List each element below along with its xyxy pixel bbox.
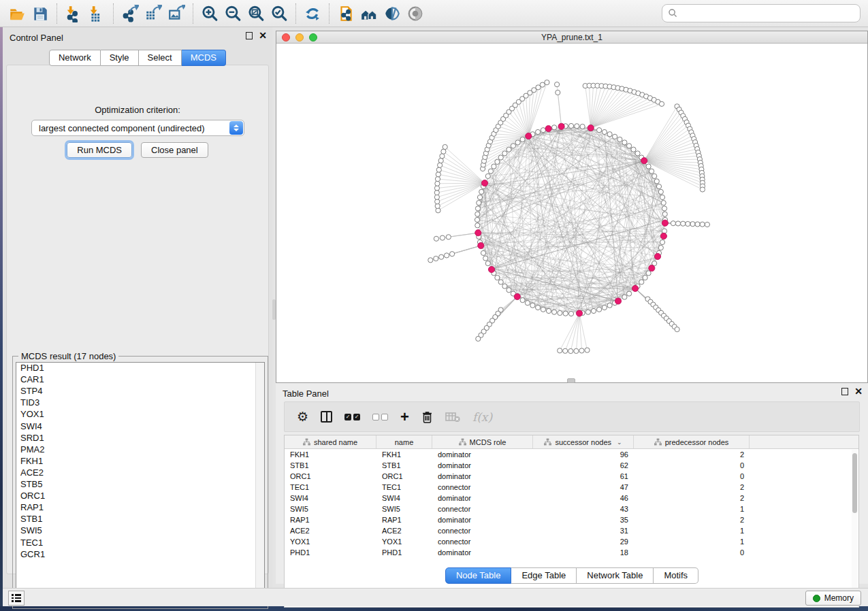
- mcds-result-item[interactable]: STP4: [16, 386, 264, 397]
- ring-node[interactable]: [498, 280, 503, 284]
- satellite-node[interactable]: [659, 101, 664, 106]
- ring-node[interactable]: [477, 201, 481, 205]
- ring-node[interactable]: [492, 164, 496, 169]
- ring-node[interactable]: [552, 125, 557, 130]
- satellite-node[interactable]: [445, 253, 449, 258]
- satellite-node[interactable]: [681, 221, 686, 226]
- ring-node[interactable]: [643, 276, 647, 280]
- ring-node[interactable]: [485, 261, 490, 266]
- horizontal-splitter-handle[interactable]: [567, 378, 575, 383]
- mcds-hub-node[interactable]: [588, 125, 594, 131]
- tab-network[interactable]: Network: [49, 50, 101, 66]
- ring-node[interactable]: [646, 164, 651, 169]
- mcds-hub-node[interactable]: [475, 230, 481, 236]
- tab-node-table[interactable]: Node Table: [445, 567, 512, 584]
- mcds-hub-node[interactable]: [481, 180, 487, 186]
- float-panel-icon[interactable]: [246, 32, 253, 39]
- open-file-icon[interactable]: [5, 3, 29, 24]
- satellite-node[interactable]: [435, 203, 440, 208]
- zoom-selected-icon[interactable]: [268, 3, 291, 24]
- satellite-node[interactable]: [434, 256, 438, 261]
- zoom-out-icon[interactable]: [221, 3, 244, 24]
- network-overview-icon[interactable]: [357, 3, 381, 24]
- column-header-name[interactable]: name: [376, 435, 432, 448]
- satellite-node[interactable]: [705, 222, 709, 227]
- mcds-result-item[interactable]: YOX1: [16, 409, 264, 420]
- float-table-panel-icon[interactable]: [841, 388, 848, 395]
- mcds-hub-node[interactable]: [558, 123, 564, 129]
- ring-node[interactable]: [627, 291, 632, 296]
- tab-network-table[interactable]: Network Table: [577, 567, 654, 584]
- satellite-node[interactable]: [434, 186, 439, 191]
- mcds-result-item[interactable]: SWI5: [16, 525, 264, 537]
- mcds-result-item[interactable]: RAP1: [16, 502, 264, 514]
- table-row[interactable]: ACE2ACE2connector311: [285, 525, 858, 536]
- add-column-icon[interactable]: +: [400, 411, 409, 423]
- mcds-hub-node[interactable]: [649, 265, 655, 271]
- ring-node[interactable]: [662, 206, 666, 211]
- mcds-result-item[interactable]: SWI4: [16, 420, 264, 432]
- satellite-node[interactable]: [436, 167, 441, 172]
- ring-node[interactable]: [602, 129, 607, 134]
- mcds-hub-node[interactable]: [654, 253, 660, 259]
- ring-node[interactable]: [660, 240, 664, 244]
- satellite-node[interactable]: [438, 159, 443, 163]
- tab-motifs[interactable]: Motifs: [654, 567, 698, 584]
- satellite-node[interactable]: [441, 149, 446, 154]
- save-session-icon[interactable]: [29, 3, 52, 24]
- mcds-result-item[interactable]: FKH1: [16, 456, 264, 467]
- ring-node[interactable]: [495, 159, 500, 164]
- mcds-hub-node[interactable]: [576, 310, 582, 316]
- deselect-all-checkboxes-icon[interactable]: [372, 414, 388, 420]
- satellite-node[interactable]: [439, 254, 444, 259]
- table-row[interactable]: SWI5SWI5connector431: [285, 503, 858, 514]
- ring-node[interactable]: [477, 195, 482, 199]
- ring-node[interactable]: [507, 147, 511, 152]
- ring-node[interactable]: [541, 307, 545, 312]
- export-table-icon[interactable]: [142, 3, 165, 24]
- satellite-node[interactable]: [671, 221, 675, 226]
- show-columns-icon[interactable]: [321, 411, 332, 423]
- function-builder-icon[interactable]: f(x): [472, 410, 492, 424]
- satellite-node[interactable]: [435, 181, 440, 186]
- tab-select[interactable]: Select: [139, 50, 182, 66]
- delete-column-icon[interactable]: [421, 410, 433, 423]
- network-window-titlebar[interactable]: YPA_prune.txt_1: [276, 31, 867, 44]
- mcds-hub-node[interactable]: [632, 285, 639, 291]
- ring-node[interactable]: [558, 310, 562, 315]
- mcds-result-item[interactable]: PMA2: [16, 444, 264, 456]
- select-all-checkboxes-icon[interactable]: ✓✓: [344, 414, 360, 420]
- ring-node[interactable]: [507, 288, 511, 293]
- ring-node[interactable]: [622, 295, 627, 299]
- table-row[interactable]: SWI4SWI4dominator462: [285, 493, 858, 503]
- satellite-node[interactable]: [434, 195, 439, 199]
- import-network-icon[interactable]: [62, 3, 85, 24]
- ring-node[interactable]: [536, 305, 541, 310]
- satellite-node[interactable]: [446, 235, 451, 240]
- table-row[interactable]: FKH1FKH1dominator962: [285, 449, 858, 460]
- satellite-node[interactable]: [428, 258, 433, 263]
- hide-graphics-details-icon[interactable]: [381, 3, 404, 24]
- table-row[interactable]: STB1STB1dominator620: [285, 460, 858, 471]
- satellite-node[interactable]: [690, 222, 695, 227]
- ring-node[interactable]: [631, 147, 636, 152]
- ring-node[interactable]: [552, 310, 557, 314]
- zoom-in-icon[interactable]: [198, 3, 221, 24]
- mcds-result-item[interactable]: CAR1: [16, 374, 264, 386]
- ring-node[interactable]: [591, 308, 596, 313]
- ring-node[interactable]: [541, 128, 545, 133]
- refresh-layout-icon[interactable]: [301, 3, 324, 24]
- ring-node[interactable]: [568, 123, 573, 128]
- table-options-gear-icon[interactable]: ⚙: [297, 409, 308, 425]
- export-image-icon[interactable]: [165, 3, 188, 24]
- mcds-hub-node[interactable]: [514, 293, 520, 299]
- mcds-hub-node[interactable]: [526, 133, 532, 139]
- ring-node[interactable]: [662, 229, 666, 233]
- satellite-node[interactable]: [435, 177, 440, 182]
- ring-node[interactable]: [475, 206, 480, 211]
- search-input[interactable]: [678, 5, 860, 22]
- ring-node[interactable]: [479, 189, 484, 194]
- column-header-predecessor-nodes[interactable]: predecessor nodes: [634, 435, 750, 448]
- satellite-node[interactable]: [434, 236, 438, 241]
- satellite-node[interactable]: [700, 187, 705, 192]
